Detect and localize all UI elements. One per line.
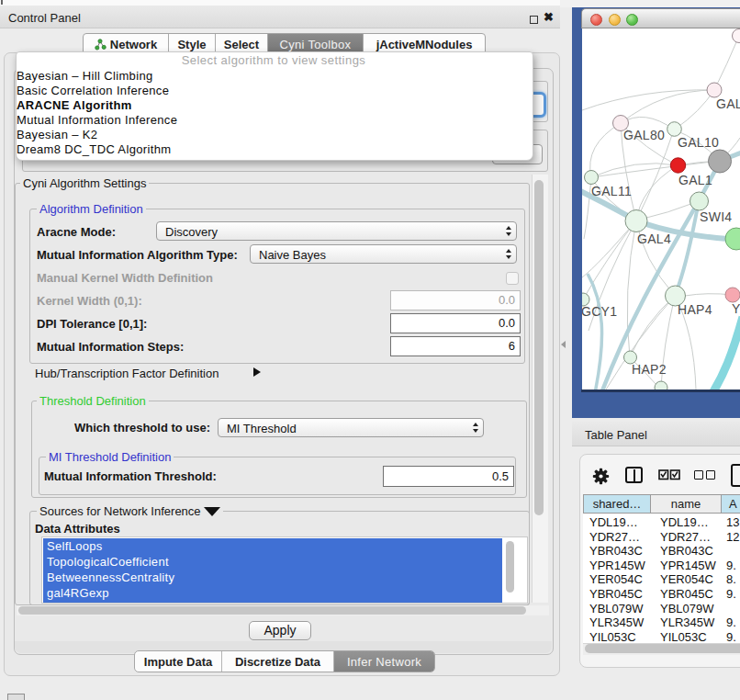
svg-text:Y: Y bbox=[732, 301, 740, 316]
svg-text:GAL4: GAL4 bbox=[637, 231, 671, 246]
svg-text:GAL11: GAL11 bbox=[591, 184, 632, 198]
svg-text:GCY1: GCY1 bbox=[582, 304, 617, 319]
svg-text:GAL80: GAL80 bbox=[623, 128, 665, 142]
svg-text:GAL: GAL bbox=[716, 96, 740, 111]
svg-text:GAL1: GAL1 bbox=[678, 173, 712, 187]
svg-text:SWI4: SWI4 bbox=[700, 209, 732, 224]
svg-text:HAP2: HAP2 bbox=[632, 362, 667, 377]
svg-text:GAL10: GAL10 bbox=[678, 135, 719, 150]
svg-text:HAP4: HAP4 bbox=[678, 302, 712, 317]
